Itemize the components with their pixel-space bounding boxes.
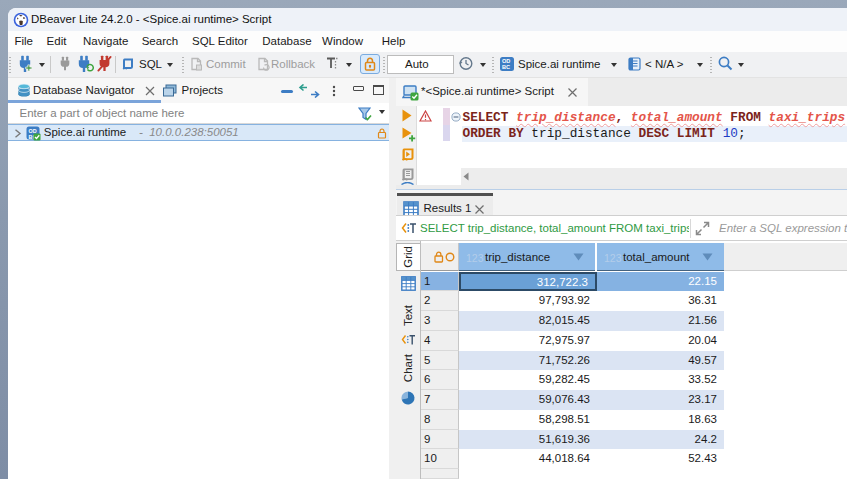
svg-text:BC: BC: [502, 64, 510, 70]
